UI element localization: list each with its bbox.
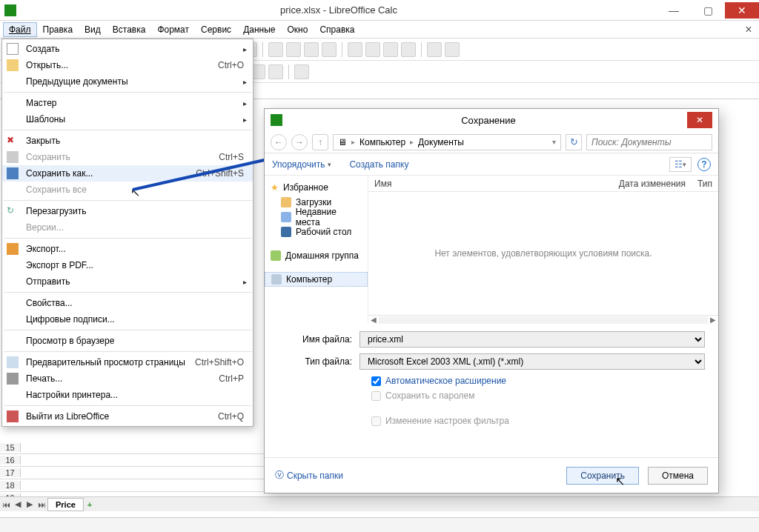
menu-item-browser-preview[interactable]: Просмотр в браузере bbox=[2, 333, 253, 349]
menu-format[interactable]: Формат bbox=[151, 22, 195, 37]
sheet-tabs: ⏮ ◀ ▶ ⏭ Price + bbox=[0, 496, 759, 511]
menu-item-send[interactable]: Отправить▸ bbox=[2, 273, 253, 290]
dialog-title: Сохранение bbox=[290, 115, 687, 126]
grid-icon[interactable] bbox=[294, 64, 309, 79]
menu-window[interactable]: Окно bbox=[281, 22, 314, 37]
save-button[interactable]: Сохранить bbox=[566, 467, 639, 485]
cancel-button[interactable]: Отмена bbox=[648, 467, 708, 485]
filter-settings-checkbox[interactable]: Изменение настроек фильтра bbox=[371, 416, 705, 426]
crumb-computer[interactable]: Компьютер bbox=[359, 137, 405, 147]
tab-next-icon[interactable]: ▶ bbox=[24, 499, 36, 509]
menu-item-exit[interactable]: Выйти из LibreOfficeCtrl+Q bbox=[2, 408, 253, 425]
homegroup-icon bbox=[271, 250, 281, 261]
dialog-close-button[interactable]: ✕ bbox=[687, 112, 712, 128]
menu-item-properties[interactable]: Свойства... bbox=[2, 295, 253, 311]
sort-desc-icon[interactable] bbox=[286, 42, 301, 57]
view-mode-button[interactable]: ☷ ▾ bbox=[669, 157, 692, 172]
hide-folders-button[interactable]: ⓥСкрыть папки bbox=[275, 469, 343, 482]
crumb-documents[interactable]: Документы bbox=[418, 137, 464, 147]
row-header[interactable]: 17 bbox=[0, 468, 21, 477]
row-header[interactable]: 15 bbox=[0, 443, 21, 452]
chart-icon[interactable] bbox=[304, 42, 319, 57]
filename-input[interactable]: price.xml bbox=[359, 331, 705, 348]
search-input[interactable] bbox=[586, 134, 712, 150]
tree-favorites[interactable]: ★Избранное bbox=[265, 180, 368, 195]
save-dialog: Сохранение ✕ ← → ↑ 🖥 ▸ Компьютер ▸ Докум… bbox=[264, 108, 719, 493]
data-sources-icon[interactable] bbox=[401, 42, 416, 57]
filter-icon[interactable] bbox=[322, 42, 337, 57]
nav-forward-button[interactable]: → bbox=[291, 134, 308, 150]
zoom-icon[interactable] bbox=[427, 42, 442, 57]
tab-first-icon[interactable]: ⏮ bbox=[0, 500, 12, 509]
nav-up-button[interactable]: ↑ bbox=[312, 134, 328, 150]
gallery-icon[interactable] bbox=[383, 42, 398, 57]
menu-item-printer-settings[interactable]: Настройки принтера... bbox=[2, 387, 253, 403]
save-password-checkbox[interactable]: Сохранить с паролем bbox=[371, 390, 705, 401]
close-button[interactable]: ✕ bbox=[725, 2, 759, 19]
dialog-app-icon bbox=[271, 114, 282, 126]
sort-asc-icon[interactable] bbox=[268, 42, 283, 57]
menu-item-export-pdf[interactable]: Экспорт в PDF... bbox=[2, 257, 253, 273]
folder-tree: ★Избранное Загрузки Недавние места Рабоч… bbox=[265, 176, 368, 324]
auto-extension-checkbox[interactable]: Автоматическое расширение bbox=[371, 376, 705, 386]
star-icon: ★ bbox=[271, 182, 279, 193]
menu-help[interactable]: Справка bbox=[314, 22, 360, 37]
menu-item-open[interactable]: Открыть...Ctrl+O bbox=[2, 57, 253, 73]
menu-item-page-preview[interactable]: Предварительный просмотр страницыCtrl+Sh… bbox=[2, 354, 253, 370]
menu-view[interactable]: Вид bbox=[79, 22, 107, 37]
menu-item-save-as[interactable]: Сохранить как...Ctrl+Shift+S bbox=[2, 165, 253, 182]
col-name[interactable]: Имя bbox=[368, 179, 613, 189]
tree-homegroup[interactable]: Домашняя группа bbox=[265, 248, 368, 263]
new-folder-button[interactable]: Создать папку bbox=[349, 159, 408, 170]
filetype-select[interactable]: Microsoft Excel 2003 XML (.xml) (*.xml) bbox=[359, 353, 705, 370]
menu-item-save-all[interactable]: Сохранить все bbox=[2, 182, 253, 198]
menu-item-print[interactable]: Печать...Ctrl+P bbox=[2, 370, 253, 387]
menu-item-create[interactable]: Создать▸ bbox=[2, 41, 253, 57]
tree-computer[interactable]: Компьютер bbox=[265, 272, 368, 287]
menu-edit[interactable]: Правка bbox=[37, 22, 79, 37]
menu-item-signatures[interactable]: Цифровые подписи... bbox=[2, 311, 253, 327]
tree-recent[interactable]: Недавние места bbox=[265, 210, 368, 225]
menu-item-recent[interactable]: Предыдущие документы▸ bbox=[2, 73, 253, 90]
breadcrumb[interactable]: 🖥 ▸ Компьютер ▸ Документы ▾ bbox=[333, 134, 561, 150]
menu-item-save[interactable]: СохранитьCtrl+S bbox=[2, 149, 253, 165]
row-header[interactable]: 16 bbox=[0, 456, 21, 465]
computer-icon bbox=[271, 274, 282, 285]
menu-item-reload[interactable]: ↻Перезагрузить bbox=[2, 203, 253, 219]
help-icon[interactable] bbox=[445, 42, 460, 57]
menu-item-wizard[interactable]: Мастер▸ bbox=[2, 95, 253, 111]
help-icon[interactable]: ? bbox=[697, 158, 711, 171]
menu-tools[interactable]: Сервис bbox=[195, 22, 237, 37]
sheet-tab-price[interactable]: Price bbox=[47, 498, 84, 511]
nav-back-button[interactable]: ← bbox=[271, 134, 287, 150]
col-date[interactable]: Дата изменения bbox=[613, 179, 692, 189]
refresh-button[interactable]: ↻ bbox=[566, 134, 582, 150]
minimize-button[interactable]: — bbox=[657, 2, 691, 19]
navigator-icon[interactable] bbox=[365, 42, 380, 57]
filename-label: Имя файла: bbox=[278, 334, 359, 345]
menu-insert[interactable]: Вставка bbox=[107, 22, 152, 37]
organize-button[interactable]: Упорядочить▾ bbox=[272, 159, 331, 170]
maximize-button[interactable]: ▢ bbox=[691, 2, 725, 19]
statusbar bbox=[0, 517, 759, 532]
menu-item-export[interactable]: Экспорт... bbox=[2, 241, 253, 257]
add-sheet-icon[interactable]: + bbox=[84, 500, 96, 509]
col-type[interactable]: Тип bbox=[692, 179, 718, 189]
menubar: Файл Правка Вид Вставка Формат Сервис Да… bbox=[0, 21, 759, 39]
document-close-icon[interactable]: × bbox=[741, 23, 756, 36]
spreadsheet-grid[interactable]: 15 16 17 18 19 bbox=[0, 442, 267, 505]
computer-icon: 🖥 bbox=[338, 137, 347, 147]
row-header[interactable]: 18 bbox=[0, 481, 21, 490]
tab-prev-icon[interactable]: ◀ bbox=[12, 499, 24, 509]
menu-file[interactable]: Файл bbox=[3, 22, 37, 37]
font-color-icon[interactable] bbox=[268, 64, 283, 79]
menu-item-versions[interactable]: Версии... bbox=[2, 219, 253, 236]
horizontal-scrollbar[interactable]: ◀▶ bbox=[368, 315, 718, 324]
menu-data[interactable]: Данные bbox=[237, 22, 281, 37]
find-icon[interactable] bbox=[348, 42, 362, 57]
menu-item-templates[interactable]: Шаблоны▸ bbox=[2, 111, 253, 127]
tab-last-icon[interactable]: ⏭ bbox=[36, 500, 47, 509]
desktop-icon bbox=[281, 227, 291, 237]
folder-icon bbox=[281, 197, 291, 207]
menu-item-close[interactable]: ✖Закрыть bbox=[2, 133, 253, 149]
